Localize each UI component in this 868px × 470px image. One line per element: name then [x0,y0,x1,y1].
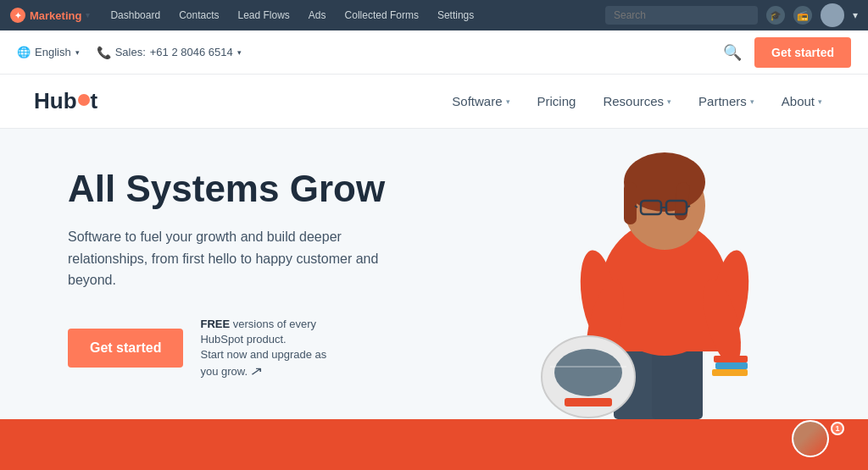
chat-bubble[interactable] [792,420,829,457]
nav-about-chevron-icon: ▾ [818,97,822,106]
admin-user-name: ▾ [853,9,858,21]
nav-software-label: Software [452,94,502,108]
hero-content: All Systems Grow Software to fuel your g… [68,169,390,379]
svg-rect-24 [715,362,748,369]
utility-get-started-button[interactable]: Get started [754,37,851,68]
hero-image [444,129,868,419]
phone-info: 📞 Sales: +61 2 8046 6514 ▾ [97,46,242,59]
nav-item-pricing[interactable]: Pricing [526,87,588,115]
svg-rect-9 [624,182,637,224]
hero-free-bold: FREE [200,318,230,330]
admin-brand[interactable]: ✦ Marketing ▾ [10,8,90,23]
utility-right: 🔍 Get started [723,37,851,68]
admin-search-input[interactable] [605,6,758,25]
arrow-icon: ↗ [248,363,263,380]
nav-links: Software ▾ Pricing Resources ▾ Partners … [440,87,834,115]
svg-point-19 [554,349,622,396]
language-label: English [35,46,71,58]
svg-rect-25 [712,369,748,376]
admin-brand-chevron-icon: ▾ [86,11,90,19]
nav-partners-chevron-icon: ▾ [750,97,754,106]
chat-avatar [793,422,827,456]
language-selector[interactable]: 🌐 English ▾ [17,46,80,58]
nav-resources-chevron-icon: ▾ [667,97,671,106]
hero-title: All Systems Grow [68,169,390,209]
user-avatar[interactable] [821,3,844,27]
language-chevron-icon: ▾ [75,48,80,57]
bottom-bar: 1 [0,419,868,470]
svg-rect-20 [565,398,612,406]
svg-rect-23 [714,356,748,362]
globe-icon: 🌐 [17,46,31,58]
hero-free-subtext: Start now and upgrade as you grow. [200,348,326,377]
admin-nav: Dashboard Contacts Lead Flows Ads Collec… [102,6,482,25]
hero-illustration [504,140,809,419]
nav-item-partners[interactable]: Partners ▾ [687,87,766,115]
hero-subtitle: Software to fuel your growth and build d… [68,226,390,291]
hubspot-logo[interactable]: Hub t [34,88,97,114]
admin-nav-collected-forms[interactable]: Collected Forms [337,6,427,25]
phone-chevron-icon: ▾ [237,48,242,57]
nav-item-resources[interactable]: Resources ▾ [591,87,683,115]
admin-nav-dashboard[interactable]: Dashboard [102,6,169,25]
admin-brand-label: Marketing [30,9,81,22]
admin-nav-contacts[interactable]: Contacts [170,6,227,25]
audio-icon[interactable]: 📻 [793,6,812,25]
nav-about-label: About [782,94,815,108]
notification-badge: 1 [831,422,844,435]
utility-left: 🌐 English ▾ 📞 Sales: +61 2 8046 6514 ▾ [17,46,242,59]
hero-cta-row: Get started FREE versions of every HubSp… [68,317,390,379]
admin-bar: ✦ Marketing ▾ Dashboard Contacts Lead Fl… [0,0,868,30]
logo-spot: t [91,88,98,114]
utility-bar: 🌐 English ▾ 📞 Sales: +61 2 8046 6514 ▾ 🔍… [0,30,868,75]
admin-nav-lead-flows[interactable]: Lead Flows [229,6,298,25]
nav-pricing-label: Pricing [537,94,576,108]
search-icon[interactable]: 🔍 [723,43,742,62]
hero-get-started-button[interactable]: Get started [68,329,183,368]
graduation-cap-icon[interactable]: 🎓 [766,6,785,25]
admin-nav-settings[interactable]: Settings [429,6,482,25]
nav-item-about[interactable]: About ▾ [770,87,834,115]
nav-item-software[interactable]: Software ▾ [440,87,521,115]
admin-nav-ads[interactable]: Ads [300,6,335,25]
main-nav: Hub t Software ▾ Pricing Resources ▾ Par… [0,75,868,129]
logo-orange-dot [78,94,90,106]
logo-spot-circle [77,96,91,108]
hero-free-text: FREE versions of every HubSpot product. … [200,317,336,379]
admin-bar-right: 🎓 📻 ▾ [605,3,858,27]
logo-hub: Hub [34,88,77,114]
nav-software-chevron-icon: ▾ [506,97,510,106]
phone-sales-label: Sales: [115,46,146,58]
nav-resources-label: Resources [603,94,664,108]
phone-icon: 📞 [97,46,111,59]
hubspot-sprocket-icon: ✦ [10,8,25,23]
phone-number: +61 2 8046 6514 [150,46,233,58]
nav-partners-label: Partners [698,94,747,108]
hero-section: All Systems Grow Software to fuel your g… [0,129,868,419]
